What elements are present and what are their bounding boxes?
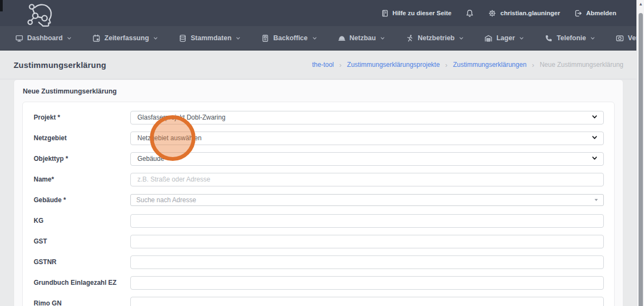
help-book-icon [381, 9, 389, 17]
breadcrumb-separator-icon: › [532, 61, 534, 69]
field-row-gstnr: GSTNR [23, 252, 614, 272]
corner-notch [0, 0, 3, 11]
field-row-gst: GST [23, 231, 614, 252]
projekt-select-value: Glasfaserprojekt Dobl-Zwaring [137, 114, 591, 121]
scrollbar-thumb[interactable] [639, 13, 643, 306]
nav-item-zeiterfassung[interactable]: Zeiterfassung [92, 34, 158, 42]
content-area: Neue Zustimmungserklärung Projekt * Glas… [0, 79, 636, 306]
rimo_gn-input[interactable] [130, 297, 604, 306]
netzgebiet-select-value: Netzgebiet auswählen [137, 134, 591, 142]
objekttyp-select-value: Gebäude [137, 155, 591, 163]
netzbau-icon [338, 34, 346, 42]
nav-item-label: Verkauf [628, 34, 636, 42]
field-label-projekt: Projekt * [34, 114, 130, 121]
chevron-down-icon [591, 154, 598, 164]
page-title-bar: Zustimmungserklärung the-tool›Zustimmung… [0, 51, 636, 79]
field-row-rimo_gn: Rimo GN [23, 293, 614, 306]
field-label-gst: GST [34, 238, 130, 245]
field-label-objekttyp: Objekttyp * [34, 155, 130, 163]
chevron-down-icon [591, 113, 598, 122]
nav-item-netzbau[interactable]: Netzbau [338, 34, 386, 42]
nav-item-verkauf[interactable]: Verkauf [616, 34, 636, 42]
nav-item-label: Telefonie [557, 34, 586, 42]
brand-logo-icon[interactable] [26, 2, 56, 27]
verkauf-icon [616, 34, 624, 42]
dropdown-arrow-icon [595, 199, 598, 201]
field-row-objekttyp: Objekttyp * Gebäude [23, 148, 614, 169]
field-row-projekt: Projekt * Glasfaserprojekt Dobl-Zwaring [23, 107, 614, 128]
notifications-button[interactable] [465, 9, 474, 18]
chevron-down-icon [312, 36, 317, 41]
chevron-down-icon [519, 36, 524, 41]
nav-item-label: Zeiterfassung [104, 34, 149, 42]
objekttyp-select[interactable]: Gebäude [130, 152, 604, 166]
chevron-down-icon [591, 133, 598, 143]
kg-input[interactable] [130, 214, 604, 228]
telefonie-icon [545, 34, 553, 42]
gstnr-input[interactable] [130, 255, 604, 269]
field-label-netzgebiet: Netzgebiet [34, 134, 130, 142]
help-label: Hilfe zu dieser Seite [393, 10, 452, 16]
username-label: christian.glauninger [500, 10, 560, 16]
form-card: Neue Zustimmungserklärung Projekt * Glas… [14, 79, 623, 306]
field-label-gebaeude: Gebäude * [34, 196, 130, 204]
gst-input[interactable] [130, 235, 604, 248]
nav-item-telefonie[interactable]: Telefonie [545, 34, 595, 42]
breadcrumb-separator-icon: › [445, 61, 447, 69]
user-menu[interactable]: christian.glauninger [488, 9, 560, 17]
lager-icon [484, 34, 493, 42]
field-row-kg: KG [23, 210, 614, 231]
topbar-actions: Hilfe zu dieser Seite [381, 9, 616, 18]
gebaeude-combobox-placeholder: Suche nach Adresse [136, 196, 595, 204]
nav-item-label: Netzbau [350, 34, 376, 42]
chevron-down-icon [153, 36, 158, 41]
field-label-gstnr: GSTNR [34, 258, 130, 266]
vertical-scrollbar[interactable]: ▲ [636, 0, 644, 306]
field-row-netzgebiet: Netzgebiet Netzgebiet auswählen [23, 128, 614, 148]
name-input[interactable] [130, 173, 604, 186]
nav-item-label: Dashboard [27, 34, 62, 42]
chevron-down-icon [459, 36, 464, 41]
gear-icon [488, 9, 496, 17]
stammdaten-icon [179, 34, 187, 42]
top-header-bar: Hilfe zu dieser Seite [0, 0, 636, 26]
breadcrumb-item-1[interactable]: the-tool [312, 61, 334, 68]
page-title: Zustimmungserklärung [14, 60, 106, 70]
nav-item-label: Backoffice [273, 34, 307, 42]
nav-item-backoffice[interactable]: Backoffice [261, 34, 317, 42]
chevron-down-icon [590, 36, 595, 41]
chevron-down-icon [67, 36, 72, 41]
gebaeude-combobox[interactable]: Suche nach Adresse [130, 194, 604, 206]
breadcrumb-item-4: Neue Zustimmungserklärung [540, 61, 623, 68]
logout-label: Abmelden [586, 10, 616, 16]
app-window: Hilfe zu dieser Seite [0, 0, 636, 306]
breadcrumb-item-2[interactable]: Zustimmungserklärungsprojekte [347, 61, 440, 68]
chevron-down-icon [236, 36, 241, 41]
logout-button[interactable]: Abmelden [574, 9, 616, 17]
breadcrumb-item-3[interactable]: Zustimmungserklärungen [453, 61, 526, 68]
grundbuch_ez-input[interactable] [130, 276, 604, 290]
card-title: Neue Zustimmungserklärung [23, 88, 117, 95]
nav-item-label: Stammdaten [191, 34, 231, 42]
breadcrumb: the-tool›Zustimmungserklärungsprojekte›Z… [312, 61, 623, 69]
dashboard-icon [15, 34, 23, 42]
field-row-name: Name* [23, 169, 614, 190]
help-link[interactable]: Hilfe zu dieser Seite [381, 9, 452, 17]
nav-item-netzbetrieb[interactable]: Netzbetrieb [406, 34, 464, 42]
field-label-grundbuch_ez: Grundbuch Einlagezahl EZ [34, 279, 130, 286]
nav-item-label: Netzbetrieb [418, 34, 454, 42]
nav-item-label: Lager [496, 34, 515, 42]
netzbetrieb-icon [406, 34, 414, 42]
scrollbar-up-arrow[interactable]: ▲ [637, 2, 644, 7]
form-panel: Projekt * Glasfaserprojekt Dobl-Zwaring … [22, 102, 615, 306]
nav-item-dashboard[interactable]: Dashboard [15, 34, 72, 42]
nav-item-lager[interactable]: Lager [484, 34, 524, 42]
netzgebiet-select[interactable]: Netzgebiet auswählen [130, 132, 604, 145]
chevron-down-icon [380, 36, 385, 41]
projekt-select[interactable]: Glasfaserprojekt Dobl-Zwaring [130, 111, 604, 124]
field-label-kg: KG [34, 217, 130, 224]
breadcrumb-separator-icon: › [339, 61, 342, 69]
nav-item-stammdaten[interactable]: Stammdaten [179, 34, 241, 42]
field-row-gebaeude: Gebäude * Suche nach Adresse [23, 190, 614, 210]
logout-icon [574, 9, 582, 17]
